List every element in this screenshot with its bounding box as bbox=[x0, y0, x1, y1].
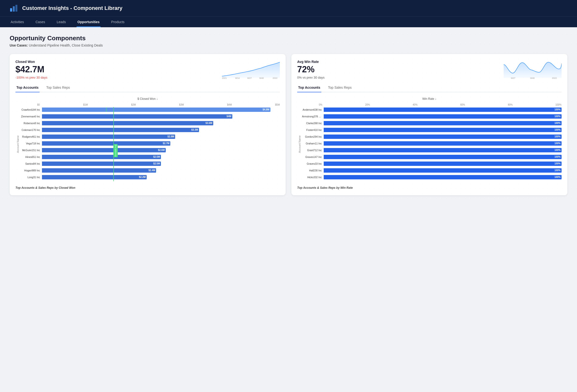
right-bar-fill: 100% bbox=[324, 128, 562, 132]
right-bar-track: 100% bbox=[324, 175, 562, 179]
rx0: 0% bbox=[319, 103, 322, 106]
left-bar-label: Coleman170 Inc bbox=[20, 129, 42, 131]
x0: $0 bbox=[37, 103, 40, 106]
cards-row: Closed Won $42.7M -100% vs prev 30 days bbox=[10, 54, 567, 195]
rx3: 60% bbox=[460, 103, 465, 106]
page-subtitle: Use Cases: Understand Pipeline Health, C… bbox=[10, 43, 567, 47]
svg-text:2021: 2021 bbox=[222, 77, 227, 79]
right-bar-row: Clarke268 Inc100% bbox=[302, 121, 562, 126]
left-bar-fill: $2.8M bbox=[42, 134, 175, 139]
right-bar-track: 100% bbox=[324, 121, 562, 125]
right-bar-label: Graves33 Inc bbox=[302, 162, 324, 165]
right-bar-track: 100% bbox=[324, 107, 562, 112]
right-bar-track: 100% bbox=[324, 162, 562, 166]
right-bar-label: Armstrong378 Inc bbox=[302, 115, 324, 118]
right-bar-row: Hall230 Inc100% bbox=[302, 168, 562, 173]
svg-rect-1 bbox=[13, 6, 15, 12]
right-bar-label: Clarke268 Inc bbox=[302, 122, 324, 125]
main-nav: Activities Cases Leads Opportunities Pro… bbox=[0, 16, 577, 27]
left-bar-fill: $2.2M bbox=[42, 175, 147, 179]
left-bar-track: $2.5M bbox=[42, 162, 280, 166]
right-bar-track: 100% bbox=[324, 168, 562, 173]
right-bar-value: 100% bbox=[554, 135, 561, 138]
left-bar-value: $2.5M bbox=[153, 156, 160, 158]
right-bar-track: 100% bbox=[324, 134, 562, 139]
win-rate-sparkline: W27 W40 2022 bbox=[504, 60, 562, 79]
tab-top-accounts-left[interactable]: Top Accounts bbox=[15, 83, 39, 92]
left-bar-label: Vega718 Inc bbox=[20, 142, 42, 145]
left-bar-value: $3.6M bbox=[206, 122, 212, 124]
x5: $5M bbox=[275, 103, 280, 106]
right-bar-label: Gordon294 Inc bbox=[302, 135, 324, 138]
closed-won-change: -100% vs prev 30 days bbox=[15, 76, 47, 79]
left-bar-value: $2.4M bbox=[148, 169, 155, 172]
tab-top-accounts-right[interactable]: Top Accounts bbox=[297, 83, 321, 92]
left-bar-fill: $4M bbox=[42, 114, 232, 119]
left-bar-track: $2.7M bbox=[42, 141, 280, 146]
right-bar-chart: Account Name Anderson638 Inc100%Armstron… bbox=[297, 107, 562, 181]
nav-activities[interactable]: Activities bbox=[10, 17, 25, 27]
left-bars: Crawford184 Inc$4.8MZimmerman6 Inc$4MRob… bbox=[20, 107, 280, 181]
tab-top-sales-reps-left[interactable]: Top Sales Reps bbox=[45, 83, 71, 92]
right-bar-label: Anderson638 Inc bbox=[302, 108, 324, 111]
closed-won-sparkline: 2021 W14 W27 W40 2022 bbox=[222, 60, 280, 79]
right-bar-fill: 100% bbox=[324, 162, 562, 166]
win-rate-label: Avg Win Rate bbox=[297, 60, 325, 64]
x3: $3M bbox=[179, 103, 184, 106]
left-bar-value: $2.5M bbox=[153, 162, 160, 165]
rx1: 20% bbox=[365, 103, 370, 106]
svg-rect-2 bbox=[15, 5, 17, 12]
left-bar-value: $2.8M bbox=[167, 135, 174, 138]
right-bar-value: 100% bbox=[554, 122, 561, 124]
nav-products[interactable]: Products bbox=[110, 17, 125, 27]
left-chart-title: $ Closed Won ↓ bbox=[15, 97, 280, 100]
left-bar-track: $2.2M bbox=[42, 175, 280, 179]
svg-rect-0 bbox=[10, 8, 12, 12]
right-bar-value: 100% bbox=[554, 169, 561, 172]
left-bar-fill: $3.6M bbox=[42, 121, 213, 125]
left-bar-fill: $4.8M bbox=[42, 107, 270, 112]
left-bar-value: $4M bbox=[226, 115, 231, 118]
left-bar-track: $4M bbox=[42, 114, 280, 119]
change-pct: -100% bbox=[15, 76, 25, 79]
x2: $2M bbox=[131, 103, 136, 106]
app-icon bbox=[10, 4, 18, 13]
rx5: 100% bbox=[555, 103, 562, 106]
left-bar-label: Zimmerman6 Inc bbox=[20, 115, 42, 118]
right-bar-value: 100% bbox=[554, 115, 561, 118]
nav-cases[interactable]: Cases bbox=[35, 17, 46, 27]
right-bar-row: Armstrong378 Inc100% bbox=[302, 114, 562, 119]
right-bar-label: Foster410 Inc bbox=[302, 129, 324, 131]
svg-text:W27: W27 bbox=[247, 77, 252, 79]
left-bar-track: $2.5M bbox=[42, 155, 280, 159]
left-x-labels: $0 $1M $2M $3M $4M $5M bbox=[15, 103, 280, 106]
left-bar-value: $4.8M bbox=[263, 108, 269, 111]
page-title: Opportunity Components bbox=[10, 34, 567, 42]
left-bar-label: Crawford184 Inc bbox=[20, 108, 42, 111]
nav-opportunities[interactable]: Opportunities bbox=[76, 17, 101, 27]
left-card: Closed Won $42.7M -100% vs prev 30 days bbox=[10, 54, 286, 195]
right-chart-section: Win Rate ↓ 0% 20% 40% 60% 80% 100% Accou… bbox=[297, 97, 562, 181]
left-bar-label: Hogan989 Inc bbox=[20, 169, 42, 172]
right-bar-label: Hall230 Inc bbox=[302, 169, 324, 172]
win-rate-value: 72% bbox=[297, 65, 325, 74]
right-bar-value: 100% bbox=[554, 156, 561, 158]
right-chart-title: Win Rate ↓ bbox=[297, 97, 562, 100]
right-bar-row: Hicks332 Inc100% bbox=[302, 175, 562, 180]
app-title: Customer Insights - Component Library bbox=[22, 5, 123, 11]
left-bar-fill: $2.5M bbox=[42, 155, 161, 159]
rx2: 40% bbox=[413, 103, 418, 106]
left-bar-value: $3.3M bbox=[191, 129, 198, 131]
left-bar-fill: $2.4M bbox=[42, 168, 156, 173]
metric-row-right: Avg Win Rate 72% 0% vs prev 30 days bbox=[297, 60, 562, 79]
left-bar-label: McGuire151 Inc bbox=[20, 149, 42, 152]
right-bar-row: Graves33 Inc100% bbox=[302, 161, 562, 166]
left-bar-row: Vega718 Inc$2.7M bbox=[20, 141, 280, 146]
svg-text:W27: W27 bbox=[511, 77, 515, 79]
left-bar-track: $3.3M bbox=[42, 128, 280, 132]
left-bar-track: $2.8M bbox=[42, 134, 280, 139]
nav-leads[interactable]: Leads bbox=[56, 17, 67, 27]
tab-top-sales-reps-right[interactable]: Top Sales Reps bbox=[327, 83, 353, 92]
right-bar-value: 100% bbox=[554, 142, 561, 145]
right-bar-label: Grant712 Inc bbox=[302, 149, 324, 152]
